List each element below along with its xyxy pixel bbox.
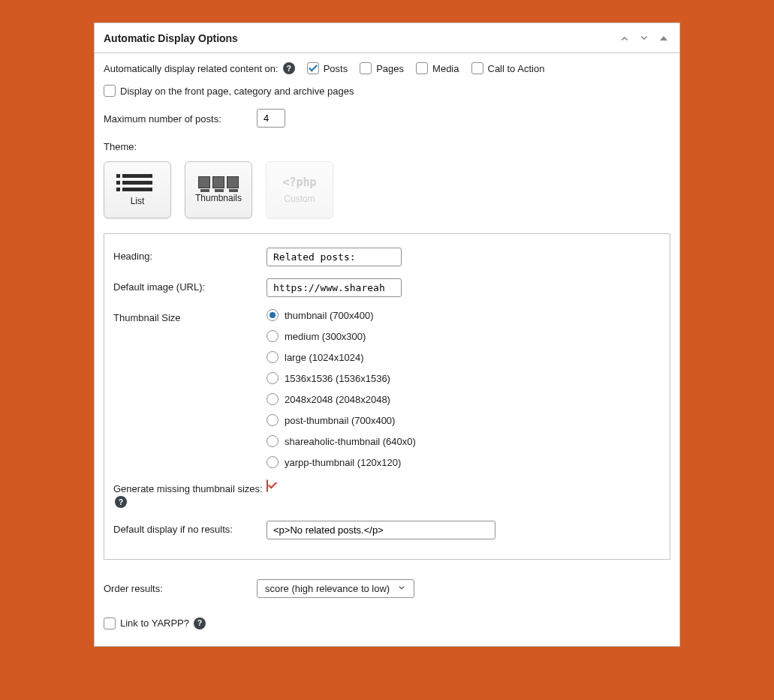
move-down-button[interactable] <box>637 32 651 45</box>
checkbox-icon <box>416 62 428 74</box>
default-image-row: Default image (URL): <box>113 272 661 303</box>
link-yarpp-row: Link to YARPP? ? <box>104 617 670 629</box>
thumb-size-option-3[interactable]: 1536x1536 (1536x1536) <box>267 372 416 384</box>
thumb-size-option-6[interactable]: shareaholic-thumbnail (640x0) <box>267 435 416 447</box>
generate-missing-checkbox[interactable] <box>267 480 268 491</box>
thumb-size-option-7[interactable]: yarpp-thumbnail (120x120) <box>267 456 416 468</box>
radio-icon <box>267 372 279 384</box>
heading-input[interactable] <box>267 248 402 266</box>
chevron-up-icon <box>619 33 630 44</box>
theme-card-custom[interactable]: <?php Custom <box>266 161 333 218</box>
chevron-down-icon <box>639 33 649 44</box>
panel-body: Automatically display related content on… <box>95 53 679 646</box>
content-type-posts[interactable]: Posts <box>307 62 348 74</box>
auto-display-label: Automatically display related content on… <box>104 63 279 74</box>
help-icon[interactable]: ? <box>115 496 127 508</box>
thumb-size-option-1[interactable]: medium (300x300) <box>267 330 416 342</box>
php-icon: <?php <box>282 176 316 189</box>
radio-icon <box>267 435 279 447</box>
theme-section: Theme: List Thumbnails <?php Custom <box>104 141 670 218</box>
panel-handle-actions <box>618 32 670 45</box>
help-icon[interactable]: ? <box>283 62 295 74</box>
radio-icon <box>267 309 279 321</box>
thumb-size-option-5[interactable]: post-thumbnail (700x400) <box>267 414 416 426</box>
checkbox-icon <box>104 617 116 629</box>
max-posts-input[interactable] <box>257 109 285 128</box>
content-type-media[interactable]: Media <box>416 62 459 74</box>
link-yarpp-checkbox[interactable]: Link to YARPP? <box>104 617 189 629</box>
heading-row: Heading: <box>113 242 661 272</box>
no-results-row: Default display if no results: <box>113 515 661 545</box>
theme-label: Theme: <box>104 141 670 152</box>
checkbox-icon <box>104 85 116 97</box>
panel-title: Automatic Display Options <box>104 32 238 44</box>
checkbox-icon <box>307 62 319 74</box>
checkbox-icon <box>267 479 268 492</box>
order-results-row: Order results: score (high relevance to … <box>104 579 670 598</box>
theme-card-thumbnails[interactable]: Thumbnails <box>185 161 252 218</box>
thumbnail-size-row: Thumbnail Size thumbnail (700x400) mediu… <box>113 303 661 474</box>
thumb-size-option-0[interactable]: thumbnail (700x400) <box>267 309 416 321</box>
move-up-button[interactable] <box>618 32 631 45</box>
radio-icon <box>267 456 279 468</box>
thumbnails-icon <box>198 176 239 188</box>
thumb-size-option-2[interactable]: large (1024x1024) <box>267 351 416 363</box>
generate-missing-row: Generate missing thumbnail sizes: ? <box>113 474 661 515</box>
panel-header: Automatic Display Options <box>95 23 679 53</box>
max-posts-row: Maximum number of posts: <box>104 109 670 128</box>
checkbox-icon <box>471 62 483 74</box>
chevron-down-icon <box>397 584 406 593</box>
theme-settings-panel: Heading: Default image (URL): Thumbnail … <box>104 233 670 560</box>
checkbox-icon <box>360 62 372 74</box>
content-type-pages[interactable]: Pages <box>360 62 404 74</box>
order-results-select[interactable]: score (high relevance to low) <box>257 579 414 598</box>
automatic-display-options-panel: Automatic Display Options Automatically … <box>94 23 680 647</box>
list-icon <box>122 174 152 191</box>
thumbnail-size-options: thumbnail (700x400) medium (300x300) lar… <box>267 309 416 468</box>
content-type-cta[interactable]: Call to Action <box>471 62 545 74</box>
no-results-input[interactable] <box>267 521 495 539</box>
radio-icon <box>267 393 279 405</box>
radio-icon <box>267 414 279 426</box>
default-image-input[interactable] <box>267 278 402 297</box>
theme-card-list[interactable]: List <box>104 161 171 218</box>
radio-icon <box>267 351 279 363</box>
theme-options: List Thumbnails <?php Custom <box>104 161 670 218</box>
auto-display-row: Automatically display related content on… <box>104 62 670 74</box>
help-icon[interactable]: ? <box>194 617 206 629</box>
front-page-checkbox[interactable]: Display on the front page, category and … <box>104 85 354 97</box>
front-page-row: Display on the front page, category and … <box>104 85 670 97</box>
max-posts-label: Maximum number of posts: <box>104 109 257 125</box>
thumb-size-option-4[interactable]: 2048x2048 (2048x2048) <box>267 393 416 405</box>
toggle-panel-button[interactable] <box>657 32 670 45</box>
radio-icon <box>267 330 279 342</box>
triangle-up-icon <box>660 36 667 41</box>
